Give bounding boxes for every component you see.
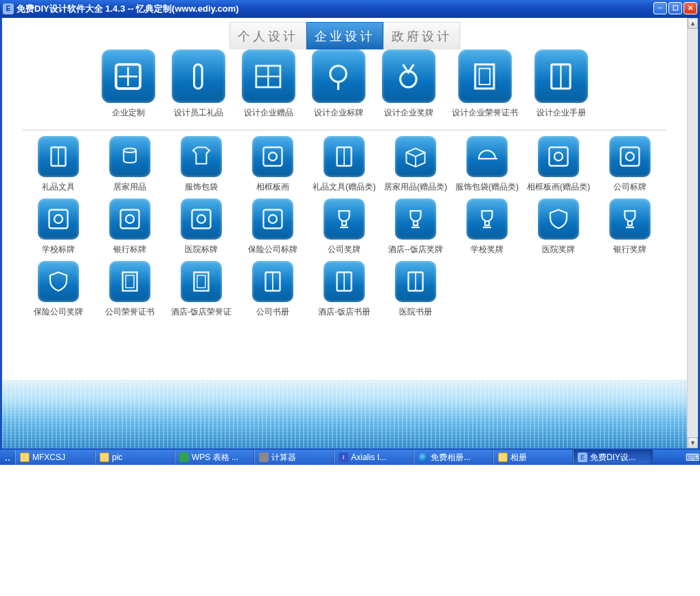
titlebar: E 免费DIY设计软件大全 1.4.3 -- 忆典定制(www.ediy.com… <box>0 0 700 18</box>
category-label: 公司标牌 <box>594 181 666 193</box>
category-item[interactable]: 学校奖牌 <box>451 198 523 255</box>
category-label: 酒店--饭店奖牌 <box>380 244 451 255</box>
minimize-button[interactable]: ─ <box>653 2 667 14</box>
taskbar-button[interactable]: 相册 <box>493 450 573 465</box>
category-item[interactable]: 设计企业手册 <box>534 49 588 119</box>
category-label: 公司荣誉证书 <box>94 306 166 318</box>
taskbar-button[interactable]: 免费相册... <box>414 450 493 465</box>
tab-strip: 个人设计企业设计政府设计 <box>2 18 687 49</box>
category-item[interactable]: 医院标牌 <box>166 198 237 255</box>
tab-government[interactable]: 政府设计 <box>383 22 460 49</box>
plaque-v-icon <box>38 198 79 240</box>
taskbar-label: MFXCSJ <box>32 452 65 462</box>
jar-icon <box>109 136 150 177</box>
category-label: 设计企业奖牌 <box>382 107 436 119</box>
taskbar-label: pic <box>112 452 122 462</box>
category-label: 相框板画(赠品类) <box>523 181 594 193</box>
taskbar-button[interactable]: 计算器 <box>254 450 334 465</box>
taskbar-button[interactable]: WPS 表格 ... <box>174 450 254 465</box>
close-button[interactable]: ✕ <box>684 2 697 14</box>
cert-icon <box>458 49 512 103</box>
category-label: 服饰包袋(赠品类) <box>451 181 523 193</box>
plaque-hang-icon <box>181 198 222 240</box>
category-item[interactable]: 服饰包袋 <box>166 136 237 193</box>
cap-icon <box>466 136 508 177</box>
scroll-up-button[interactable]: ▲ <box>688 18 698 29</box>
book3-icon <box>324 261 365 302</box>
tray-keyboard-icon[interactable]: ⌨ <box>685 450 700 465</box>
notebook-icon <box>324 136 365 177</box>
ie-icon <box>418 452 428 462</box>
scroll-down-button[interactable]: ▼ <box>688 437 698 448</box>
taskbar-button[interactable]: IAxialis I... <box>334 450 414 465</box>
category-label: 银行奖牌 <box>594 244 666 255</box>
divider <box>23 130 666 130</box>
category-item[interactable]: 企业定制 <box>102 49 155 119</box>
category-item[interactable]: 银行奖牌 <box>594 198 666 255</box>
tab-enterprise[interactable]: 企业设计 <box>306 22 383 49</box>
category-item[interactable]: 学校标牌 <box>23 198 94 255</box>
category-item[interactable]: 公司奖牌 <box>308 198 380 255</box>
taskbar-label: 免费DIY设... <box>590 452 635 463</box>
folder-icon <box>100 452 109 462</box>
cert3-icon <box>181 261 222 302</box>
category-item[interactable]: 礼品文具 <box>23 136 94 193</box>
category-item[interactable]: 设计企业荣誉证书 <box>452 49 518 119</box>
category-item[interactable]: 银行标牌 <box>94 198 166 255</box>
category-item[interactable]: 医院书册 <box>380 261 451 318</box>
tab-personal[interactable]: 个人设计 <box>229 22 306 49</box>
shield-icon <box>538 198 579 240</box>
category-item[interactable]: 公司标牌 <box>594 136 666 193</box>
category-item[interactable]: 酒店--饭店奖牌 <box>380 198 451 255</box>
category-grid: 礼品文具居家用品服饰包袋相框板画礼品文具(赠品类)居家用品(赠品类)服饰包袋(赠… <box>2 136 687 323</box>
shelf-icon <box>242 49 295 103</box>
category-label: 学校奖牌 <box>451 244 523 255</box>
notebook-icon <box>38 136 79 177</box>
cert2-icon <box>109 261 150 302</box>
category-item[interactable]: 保险公司奖牌 <box>23 261 94 318</box>
category-label: 酒店-饭店荣誉证 <box>166 306 237 318</box>
folder-icon <box>498 452 508 462</box>
category-label: 公司书册 <box>237 306 308 318</box>
category-item[interactable]: 酒店-饭店书册 <box>308 261 380 318</box>
category-label: 保险公司奖牌 <box>23 306 94 318</box>
taskbar-button[interactable]: pic <box>95 450 174 465</box>
trophy3-icon <box>609 198 651 240</box>
plaque-bank-icon <box>109 198 150 240</box>
category-label: 设计企业荣誉证书 <box>452 107 518 119</box>
category-item[interactable]: 设计员工礼品 <box>172 49 225 119</box>
category-label: 礼品文具(赠品类) <box>308 181 380 193</box>
category-label: 设计企业赠品 <box>242 107 295 119</box>
category-item[interactable]: 相框板画(赠品类) <box>523 136 594 193</box>
folder-icon <box>20 452 30 462</box>
category-item[interactable]: 酒店-饭店荣誉证 <box>166 261 237 318</box>
frame-icon <box>538 136 579 177</box>
shirt-icon <box>181 136 222 177</box>
category-label: 医院标牌 <box>166 244 237 255</box>
taskbar-button[interactable]: E免费DIY设... <box>573 450 653 465</box>
category-label: 设计企业手册 <box>534 107 588 119</box>
maximize-button[interactable]: ☐ <box>668 2 682 14</box>
category-item[interactable]: 保险公司标牌 <box>237 198 308 255</box>
category-label: 学校标牌 <box>23 244 94 255</box>
vertical-scrollbar[interactable]: ▲ ▼ <box>687 18 698 448</box>
category-item[interactable]: 居家用品 <box>94 136 166 193</box>
category-item[interactable]: 礼品文具(赠品类) <box>308 136 380 193</box>
category-item[interactable]: 设计企业标牌 <box>312 49 365 119</box>
category-item[interactable]: 相框板画 <box>237 136 308 193</box>
featured-row: 企业定制设计员工礼品设计企业赠品设计企业标牌设计企业奖牌设计企业荣誉证书设计企业… <box>2 49 687 124</box>
plaque-h-icon <box>609 136 651 177</box>
category-item[interactable]: 医院奖牌 <box>523 198 594 255</box>
category-label: 医院奖牌 <box>523 244 594 255</box>
sign-icon <box>312 49 365 103</box>
category-item[interactable]: 居家用品(赠品类) <box>380 136 451 193</box>
category-item[interactable]: 服饰包袋(赠品类) <box>451 136 523 193</box>
category-item[interactable]: 设计企业赠品 <box>242 49 295 119</box>
category-item[interactable]: 公司荣誉证书 <box>94 261 166 318</box>
calc-icon <box>259 452 269 462</box>
category-item[interactable]: 设计企业奖牌 <box>382 49 436 119</box>
frame-icon <box>252 136 293 177</box>
taskbar-separator: .. <box>0 450 15 465</box>
taskbar-button[interactable]: MFXCSJ <box>15 450 95 465</box>
category-item[interactable]: 公司书册 <box>237 261 308 318</box>
